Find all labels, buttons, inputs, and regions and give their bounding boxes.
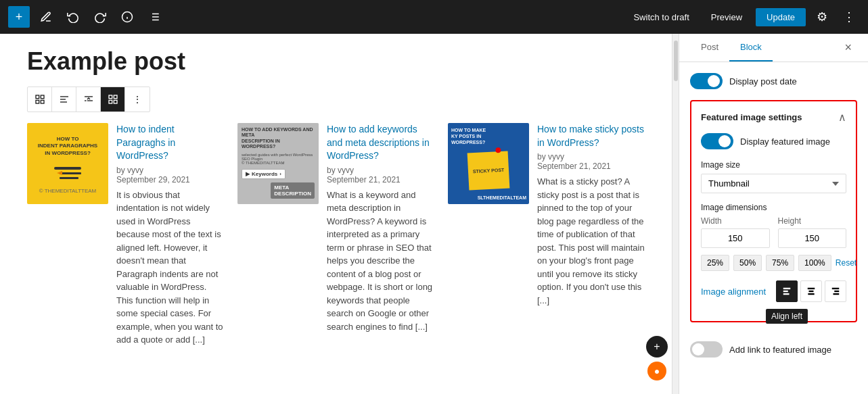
alignment-buttons: Align left	[776, 280, 846, 302]
tools-button[interactable]	[35, 6, 57, 28]
display-featured-image-toggle[interactable]	[701, 133, 733, 149]
display-featured-image-row: Display featured image	[701, 133, 846, 149]
editor-area: Example post ⋮ HOW TO	[0, 34, 672, 394]
svg-rect-32	[808, 293, 814, 295]
50-percent-button[interactable]: 50%	[733, 255, 762, 271]
orange-floating-button[interactable]: ●	[647, 362, 666, 380]
indent-toolbar-btn[interactable]	[76, 87, 101, 112]
svg-rect-19	[109, 95, 112, 99]
add-block-floating-button[interactable]: +	[646, 336, 668, 358]
post-info: How to make sticky posts in WordPress? b…	[537, 123, 645, 347]
svg-marker-26	[57, 171, 62, 175]
image-size-select[interactable]: Thumbnail Medium Large Full Size	[701, 174, 846, 193]
100-percent-button[interactable]: 100%	[798, 255, 831, 271]
scrollbar-thumb[interactable]	[674, 41, 678, 81]
align-left-button[interactable]	[776, 280, 798, 302]
undo-button[interactable]	[62, 6, 84, 28]
svg-rect-31	[809, 291, 814, 292]
svg-rect-20	[114, 95, 117, 99]
tab-post[interactable]: Post	[690, 34, 729, 61]
25-percent-button[interactable]: 25%	[701, 255, 729, 271]
block-toolbar: ⋮	[27, 87, 150, 112]
settings-sidebar: Post Block × Display post date Featured …	[679, 34, 868, 394]
floating-buttons: + ●	[646, 336, 668, 380]
align-left-toolbar-btn[interactable]	[52, 87, 76, 112]
post-thumbnail: HOW TO INDENT PARAGRAPHS IN WORDPRESS? ©…	[27, 123, 108, 204]
svg-rect-25	[60, 177, 78, 179]
post-card: HOW TO INDENT PARAGRAPHS IN WORDPRESS? ©…	[27, 123, 224, 347]
display-featured-image-label: Display featured image	[740, 137, 830, 147]
post-link[interactable]: How to indent Paragraghs in WordPress?	[116, 123, 224, 163]
width-label: Width	[701, 216, 770, 226]
svg-rect-30	[808, 288, 815, 289]
list-view-button[interactable]	[143, 6, 165, 28]
switch-draft-button[interactable]: Switch to draft	[625, 8, 697, 26]
sidebar-content: Display post date Featured image setting…	[679, 62, 868, 394]
display-post-date-toggle[interactable]	[690, 73, 723, 89]
width-group: Width	[701, 216, 770, 248]
post-meta: by vyvySeptember 21, 2021	[537, 152, 645, 171]
svg-rect-27	[783, 288, 791, 289]
post-meta: by vyvySeptember 29, 2021	[116, 166, 224, 184]
reset-dimensions-button[interactable]: Reset	[836, 258, 856, 268]
dimensions-row: Width Height	[701, 216, 846, 248]
image-alignment-label: Image alignment	[701, 287, 771, 297]
height-group: Height	[778, 216, 847, 248]
svg-rect-10	[41, 95, 44, 99]
svg-rect-24	[60, 172, 81, 174]
add-block-button[interactable]: +	[8, 6, 30, 28]
add-link-toggle[interactable]	[690, 341, 723, 358]
75-percent-button[interactable]: 75%	[766, 255, 794, 271]
align-right-button[interactable]	[825, 280, 846, 302]
featured-image-settings-panel: Featured image settings ∧ Display featur…	[690, 100, 857, 322]
display-post-date-row: Display post date	[690, 73, 857, 89]
more-block-options-btn[interactable]: ⋮	[125, 87, 150, 112]
editor-toolbar: + Switch to draft Preview Update ⚙ ⋮	[0, 0, 868, 34]
add-link-label: Add link to featured image	[729, 345, 831, 355]
grid-toolbar-btn[interactable]	[101, 87, 125, 112]
align-left-container: Align left	[776, 280, 798, 302]
panel-collapse-button[interactable]: ∧	[838, 111, 846, 124]
posts-row: HOW TO INDENT PARAGRAPHS IN WORDPRESS? ©…	[27, 123, 645, 347]
svg-rect-23	[54, 167, 81, 170]
height-input[interactable]	[778, 228, 847, 248]
post-thumbnail: HOW TO MAKEKY POSTS INWORDPRESS? STICKY …	[448, 123, 529, 204]
post-link[interactable]: How to make sticky posts in WordPress?	[537, 123, 645, 149]
add-link-row: Add link to featured image	[690, 333, 857, 366]
image-alignment-row: Image alignment Align left	[701, 280, 846, 302]
sidebar-tab-bar: Post Block ×	[679, 34, 868, 62]
info-button[interactable]	[116, 6, 138, 28]
image-dimensions-label: Image dimensions	[701, 203, 846, 212]
redo-button[interactable]	[89, 6, 111, 28]
svg-rect-33	[832, 288, 840, 289]
panel-header: Featured image settings ∧	[701, 111, 846, 124]
svg-rect-12	[41, 100, 44, 103]
post-thumbnail: HOW TO ADD KEYWORDS AND METADESCRIPTION …	[237, 123, 319, 204]
height-label: Height	[778, 216, 847, 226]
align-center-button[interactable]	[800, 280, 822, 302]
post-meta: by vyvySeptember 21, 2021	[327, 166, 434, 184]
display-post-date-label: Display post date	[729, 76, 797, 87]
svg-rect-29	[783, 293, 790, 295]
sidebar-close-button[interactable]: ×	[839, 34, 857, 61]
preview-button[interactable]: Preview	[703, 8, 750, 26]
percent-row: 25% 50% 75% 100% Reset	[701, 255, 846, 271]
update-button[interactable]: Update	[756, 8, 806, 26]
post-excerpt: What is a sticky post? A sticky post is …	[537, 175, 645, 307]
post-excerpt: It is obvious that indentation is not wi…	[116, 189, 224, 347]
post-title[interactable]: Example post	[27, 47, 645, 76]
post-card: HOW TO MAKEKY POSTS INWORDPRESS? STICKY …	[448, 123, 645, 347]
svg-rect-34	[834, 291, 839, 292]
post-excerpt: What is a keyword and meta description i…	[327, 189, 434, 334]
tab-block[interactable]: Block	[729, 34, 773, 61]
svg-rect-22	[114, 100, 117, 103]
more-options-button[interactable]: ⋮	[838, 6, 860, 28]
editor-scrollbar[interactable]	[672, 34, 679, 394]
width-input[interactable]	[701, 228, 770, 248]
panel-title: Featured image settings	[701, 112, 802, 122]
svg-rect-35	[833, 293, 840, 295]
post-link[interactable]: How to add keywords and meta description…	[327, 123, 434, 163]
image-size-label: Image size	[701, 160, 846, 170]
list-view-toolbar-btn[interactable]	[28, 87, 52, 112]
settings-button[interactable]: ⚙	[811, 6, 833, 28]
